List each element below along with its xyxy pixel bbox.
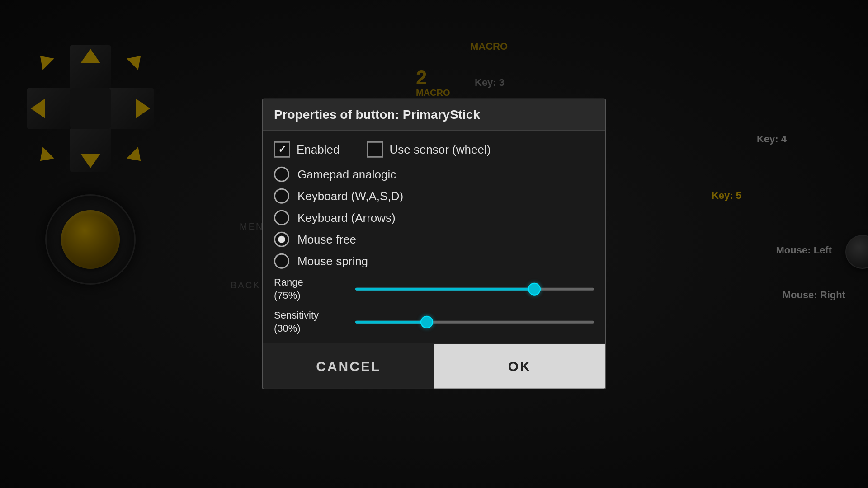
sensitivity-label: Sensitivity(30%) — [274, 309, 346, 335]
range-slider-track[interactable] — [355, 287, 594, 290]
enabled-label: Enabled — [297, 142, 340, 156]
range-slider-thumb[interactable] — [528, 282, 541, 295]
sensor-label: Use sensor (wheel) — [389, 142, 491, 156]
ok-button[interactable]: OK — [434, 344, 605, 389]
dialog-buttons: CANCEL OK — [263, 344, 605, 389]
radio-mouse-free-label: Mouse free — [297, 232, 356, 246]
checkbox-row: ✓ Enabled Use sensor (wheel) — [274, 141, 594, 158]
radio-mouse-free[interactable]: Mouse free — [274, 232, 594, 247]
radio-mouse-spring-circle[interactable] — [274, 253, 289, 269]
radio-keyboard-wasd-label: Keyboard (W,A,S,D) — [297, 189, 403, 203]
enabled-checkmark: ✓ — [278, 144, 286, 155]
properties-dialog: Properties of button: PrimaryStick ✓ Ena… — [262, 99, 606, 389]
radio-mouse-spring-label: Mouse spring — [297, 254, 368, 268]
range-slider-fill — [355, 287, 534, 290]
radio-gamepad-circle[interactable] — [274, 167, 289, 182]
sensitivity-slider-row: Sensitivity(30%) — [274, 309, 594, 335]
dialog-title: Properties of button: PrimaryStick — [263, 99, 605, 131]
radio-gamepad[interactable]: Gamepad analogic — [274, 167, 594, 182]
dialog-content: ✓ Enabled Use sensor (wheel) Gamepad ana… — [263, 131, 605, 344]
radio-gamepad-label: Gamepad analogic — [297, 167, 396, 181]
radio-keyboard-arrows-label: Keyboard (Arrows) — [297, 211, 396, 225]
cancel-button[interactable]: CANCEL — [263, 344, 434, 389]
enabled-checkbox[interactable]: ✓ Enabled — [274, 141, 340, 158]
range-label: Range(75%) — [274, 276, 346, 302]
radio-mouse-free-circle[interactable] — [274, 232, 289, 247]
sensitivity-slider-fill — [355, 321, 427, 324]
radio-mouse-spring[interactable]: Mouse spring — [274, 253, 594, 269]
sensitivity-slider-thumb[interactable] — [420, 316, 433, 328]
radio-keyboard-arrows-circle[interactable] — [274, 210, 289, 225]
radio-keyboard-arrows[interactable]: Keyboard (Arrows) — [274, 210, 594, 225]
radio-keyboard-wasd[interactable]: Keyboard (W,A,S,D) — [274, 188, 594, 204]
range-slider-row: Range(75%) — [274, 276, 594, 302]
sensor-checkbox[interactable]: Use sensor (wheel) — [367, 141, 491, 158]
enabled-checkbox-box[interactable]: ✓ — [274, 141, 290, 158]
sensor-checkbox-box[interactable] — [367, 141, 383, 158]
sensitivity-slider-track[interactable] — [355, 321, 594, 324]
radio-keyboard-wasd-circle[interactable] — [274, 188, 289, 204]
